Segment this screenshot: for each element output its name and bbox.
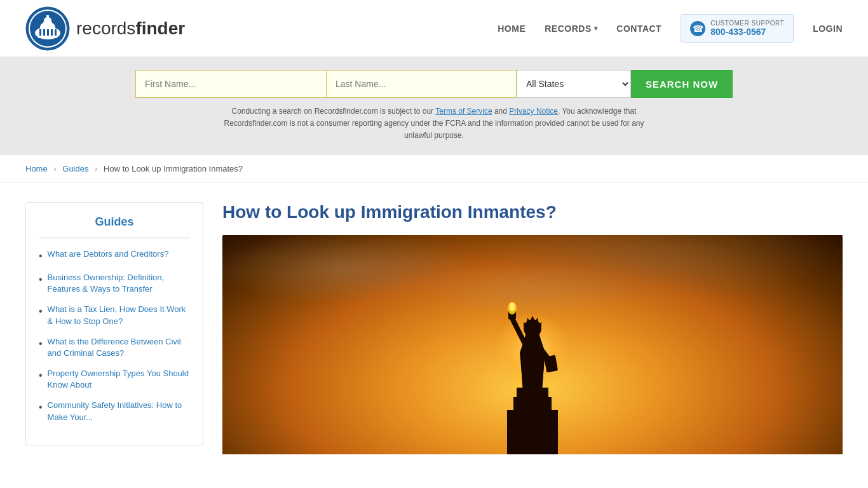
phone-icon: ☎ [690,21,705,36]
search-button[interactable]: SEARCH NOW [631,70,733,98]
list-item: Community Safety Initiatives: How to Mak… [39,400,190,423]
list-item: Property Ownership Types You Should Know… [39,368,190,391]
breadcrumb-separator-1: › [53,164,56,173]
statue-silhouette [494,276,571,454]
svg-rect-10 [43,29,45,36]
nav-contact[interactable]: CONTACT [616,24,661,34]
tos-link[interactable]: Terms of Service [435,107,492,116]
breadcrumb-current: How to Look up Immigration Inmates? [104,164,243,173]
svg-rect-8 [46,15,49,20]
header: recordsfinder HOME RECORDS ▾ CONTACT ☎ C… [0,0,868,57]
svg-marker-21 [529,316,536,322]
svg-rect-16 [517,388,548,400]
search-section: All States SEARCH NOW Conducting a searc… [0,57,868,155]
nav-login[interactable]: LOGIN [813,24,843,34]
list-item: What is the Difference Between Civil and… [39,336,190,359]
main-content: Guides What are Debtors and Creditors? B… [0,183,868,473]
svg-point-19 [510,302,515,311]
state-select[interactable]: All States [517,70,631,98]
nav-home[interactable]: HOME [498,24,526,34]
main-nav: HOME RECORDS ▾ CONTACT ☎ CUSTOMER SUPPOR… [498,14,843,43]
svg-rect-14 [507,410,558,454]
chevron-down-icon: ▾ [594,25,598,32]
svg-rect-12 [51,29,53,36]
breadcrumb-home[interactable]: Home [25,164,48,173]
sidebar: Guides What are Debtors and Creditors? B… [25,202,203,445]
svg-rect-26 [544,355,558,372]
sidebar-link-3[interactable]: What is a Tax Lien, How Does It Work & H… [48,304,190,327]
sidebar-link-6[interactable]: Community Safety Initiatives: How to Mak… [48,400,190,423]
support-info: CUSTOMER SUPPORT 800-433-0567 [710,20,784,37]
list-item: What is a Tax Lien, How Does It Work & H… [39,304,190,327]
customer-support[interactable]: ☎ CUSTOMER SUPPORT 800-433-0567 [681,14,794,43]
privacy-link[interactable]: Privacy Notice [509,107,558,116]
sidebar-link-2[interactable]: Business Ownership: Definition, Features… [48,272,190,295]
article-hero-image [222,235,843,454]
sidebar-link-1[interactable]: What are Debtors and Creditors? [48,248,169,260]
svg-rect-9 [39,29,41,36]
breadcrumb-separator-2: › [95,164,97,173]
first-name-input[interactable] [135,70,326,98]
last-name-input[interactable] [326,70,517,98]
list-item: What are Debtors and Creditors? [39,248,190,263]
svg-rect-13 [55,29,57,36]
search-disclaimer: Conducting a search on Recordsfinder.com… [212,105,656,142]
article-title: How to Look up Immigration Inmantes? [222,202,843,222]
logo[interactable]: recordsfinder [25,6,185,51]
nav-records[interactable]: RECORDS ▾ [545,24,597,34]
article: How to Look up Immigration Inmantes? [222,202,843,454]
search-row: All States SEARCH NOW [135,70,733,98]
breadcrumb-guides[interactable]: Guides [62,164,88,173]
sidebar-title: Guides [39,215,190,238]
sidebar-link-5[interactable]: Property Ownership Types You Should Know… [48,368,190,391]
sidebar-link-4[interactable]: What is the Difference Between Civil and… [48,336,190,359]
list-item: Business Ownership: Definition, Features… [39,272,190,295]
breadcrumb: Home › Guides › How to Look up Immigrati… [0,155,868,183]
svg-rect-11 [47,29,49,36]
svg-point-20 [524,320,541,337]
sidebar-list: What are Debtors and Creditors? Business… [39,248,190,423]
logo-text: recordsfinder [76,18,185,39]
logo-icon [25,6,70,51]
